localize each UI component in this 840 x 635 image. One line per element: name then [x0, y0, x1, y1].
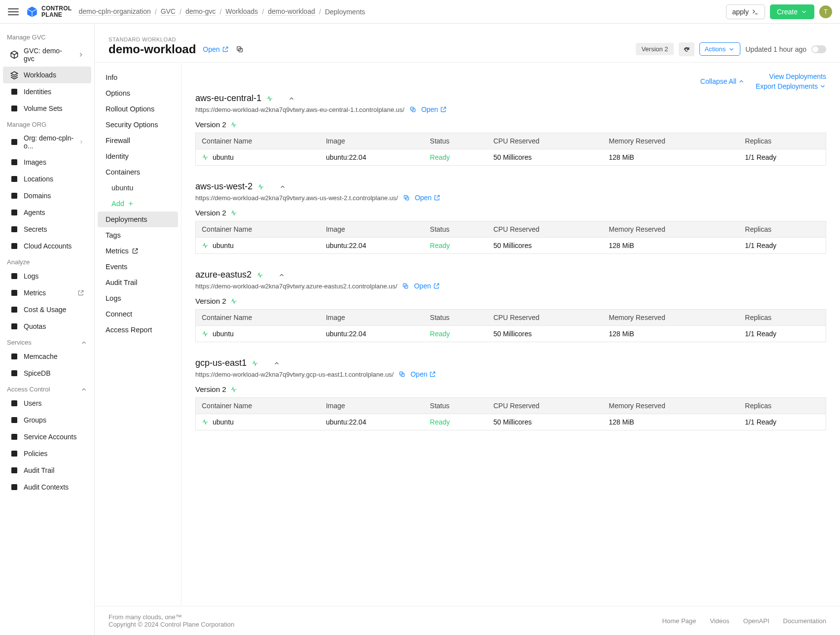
- subnav-container-item[interactable]: ubuntu: [98, 180, 178, 196]
- memory-cell: 128 MiB: [603, 414, 739, 430]
- sidebar-item[interactable]: Memcache: [3, 348, 91, 365]
- sidebar-item[interactable]: Locations: [3, 171, 91, 187]
- sidebar-item[interactable]: Domains: [3, 187, 91, 204]
- footer-link[interactable]: Videos: [710, 617, 730, 625]
- open-label: Open: [415, 194, 432, 202]
- sidebar-section-header[interactable]: Services: [0, 335, 94, 348]
- sidebar-item[interactable]: Agents: [3, 204, 91, 221]
- sidebar-item[interactable]: Secrets: [3, 221, 91, 238]
- sidebar-item[interactable]: Org: demo-cpln-o...: [3, 130, 91, 154]
- collapse-all-link[interactable]: Collapse All: [700, 72, 745, 90]
- table-row[interactable]: ubuntuubuntu:22.04Ready50 Millicores128 …: [196, 149, 826, 166]
- subnav-item[interactable]: Tags: [98, 227, 178, 243]
- sidebar-item[interactable]: Quotas: [3, 318, 91, 335]
- sidebar-item[interactable]: Images: [3, 154, 91, 171]
- auto-refresh-toggle[interactable]: [811, 45, 826, 53]
- sidebar-item[interactable]: Workloads: [3, 67, 91, 83]
- open-link[interactable]: Open: [203, 45, 228, 53]
- open-region-link[interactable]: Open: [410, 370, 436, 378]
- sidebar-item[interactable]: Volume Sets: [3, 100, 91, 117]
- subnav-item[interactable]: Connect: [98, 306, 178, 322]
- policy-icon: [10, 449, 19, 458]
- collapse-region-toggle[interactable]: [278, 272, 285, 279]
- sidebar-item[interactable]: Audit Trail: [3, 462, 91, 479]
- sidebar-item[interactable]: Cost & Usage: [3, 301, 91, 318]
- subnav-item[interactable]: Logs: [98, 290, 178, 306]
- footer-link[interactable]: Documentation: [783, 617, 826, 625]
- breadcrumb-item[interactable]: GVC: [161, 7, 176, 16]
- region-url: https://demo-workload-w2kna7q9vtwry.gcp-…: [195, 371, 394, 378]
- sidebar-item[interactable]: Audit Contexts: [3, 479, 91, 495]
- subnav: InfoOptionsRollout OptionsSecurity Optio…: [95, 63, 182, 606]
- subnav-label: Events: [106, 263, 127, 271]
- table-row[interactable]: ubuntuubuntu:22.04Ready50 Millicores128 …: [196, 326, 826, 342]
- copy-url-icon[interactable]: [403, 194, 410, 201]
- sidebar-item[interactable]: Service Accounts: [3, 428, 91, 445]
- sidebar-item[interactable]: Users: [3, 395, 91, 412]
- create-button[interactable]: Create: [770, 4, 814, 19]
- collapse-region-toggle[interactable]: [288, 95, 295, 102]
- sidebar-item[interactable]: Logs: [3, 268, 91, 284]
- subnav-item[interactable]: Access Report: [98, 322, 178, 338]
- sidebar-section-header[interactable]: Access Control: [0, 382, 94, 395]
- subnav-item[interactable]: Rollout Options: [98, 101, 178, 117]
- sidebar-item-label: Service Accounts: [24, 433, 76, 441]
- sidebar-item[interactable]: Policies: [3, 445, 91, 462]
- copy-url-icon[interactable]: [402, 282, 409, 289]
- breadcrumb-item[interactable]: demo-cpln-organization: [78, 7, 150, 16]
- breadcrumb-item[interactable]: Workloads: [225, 7, 258, 16]
- subnav-item[interactable]: Events: [98, 259, 178, 275]
- sidebar-item[interactable]: Identities: [3, 83, 91, 100]
- breadcrumb-item[interactable]: demo-gvc: [185, 7, 216, 16]
- subnav-add-button[interactable]: Add: [98, 196, 178, 212]
- chevron-up-icon: [80, 386, 87, 393]
- collapse-region-toggle[interactable]: [279, 183, 286, 190]
- copy-url-icon[interactable]: [409, 106, 416, 113]
- copy-icon[interactable]: [236, 45, 244, 53]
- sidebar-item[interactable]: GVC: demo-gvc: [3, 43, 91, 67]
- cpu-cell: 50 Millicores: [487, 326, 603, 342]
- view-deployments-link[interactable]: View Deployments: [769, 72, 826, 80]
- sidebar-item-label: Cloud Accounts: [24, 242, 72, 250]
- subnav-item[interactable]: Identity: [98, 148, 178, 164]
- create-label: Create: [777, 8, 798, 16]
- subnav-item[interactable]: Metrics: [98, 243, 178, 259]
- subnav-item[interactable]: Containers: [98, 164, 178, 180]
- sidebar-item[interactable]: Cloud Accounts: [3, 238, 91, 254]
- subnav-item[interactable]: Firewall: [98, 133, 178, 148]
- updated-text: Updated 1 hour ago: [745, 45, 806, 53]
- region-block: aws-us-west-2 https://demo-workload-w2kn…: [195, 181, 826, 254]
- breadcrumb-separator: /: [155, 8, 157, 16]
- image-cell: ubuntu:22.04: [320, 149, 424, 166]
- avatar[interactable]: T: [819, 5, 832, 18]
- sidebar-item[interactable]: Groups: [3, 412, 91, 428]
- sidebar-item[interactable]: SpiceDB: [3, 365, 91, 382]
- subnav-item[interactable]: Options: [98, 85, 178, 101]
- actions-button[interactable]: Actions: [699, 42, 741, 56]
- apply-button[interactable]: apply: [726, 4, 765, 19]
- hamburger-menu[interactable]: [8, 6, 19, 17]
- open-region-link[interactable]: Open: [415, 194, 440, 202]
- mem-icon: [10, 352, 19, 361]
- open-region-link[interactable]: Open: [421, 106, 447, 113]
- org-icon: [10, 138, 19, 146]
- table-row[interactable]: ubuntuubuntu:22.04Ready50 Millicores128 …: [196, 238, 826, 254]
- breadcrumb-item[interactable]: demo-workload: [268, 7, 315, 16]
- subnav-item[interactable]: Deployments: [98, 212, 178, 227]
- sidebar-item[interactable]: Metrics: [3, 284, 91, 301]
- collapse-region-toggle[interactable]: [273, 360, 280, 367]
- subnav-item[interactable]: Audit Trail: [98, 275, 178, 290]
- footer-link[interactable]: Home Page: [662, 617, 696, 625]
- subnav-item[interactable]: Info: [98, 70, 178, 85]
- copy-url-icon[interactable]: [399, 371, 405, 378]
- logo[interactable]: CONTROLPLANE: [26, 5, 72, 18]
- footer-link[interactable]: OpenAPI: [743, 617, 769, 625]
- refresh-button[interactable]: [679, 42, 694, 56]
- subnav-item[interactable]: Security Options: [98, 117, 178, 133]
- open-region-link[interactable]: Open: [414, 282, 439, 290]
- table-row[interactable]: ubuntuubuntu:22.04Ready50 Millicores128 …: [196, 414, 826, 430]
- table-header: CPU Reserved: [487, 310, 603, 326]
- export-deployments-link[interactable]: Export Deployments: [756, 82, 826, 90]
- audit-icon: [10, 466, 19, 475]
- sidebar-item-label: Quotas: [24, 322, 46, 330]
